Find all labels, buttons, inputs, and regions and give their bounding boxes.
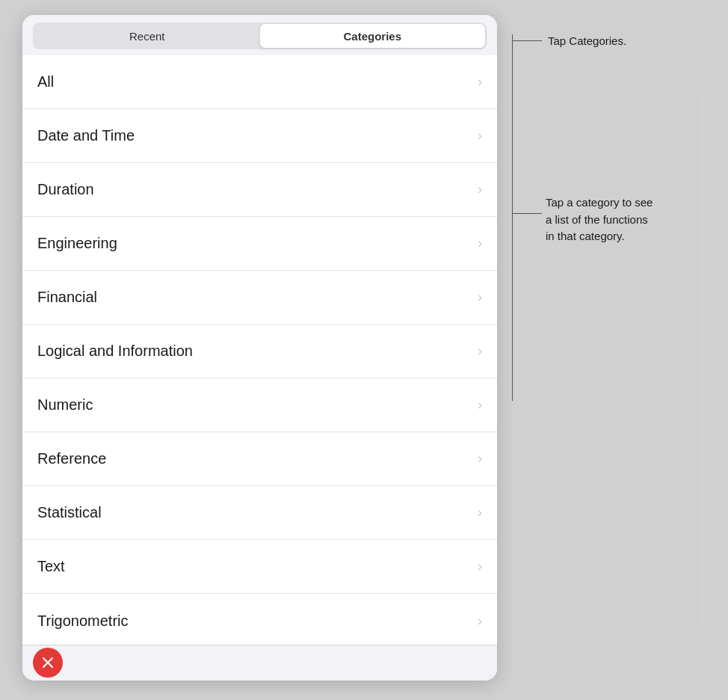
- annotation-tap-categories: Tap Categories.: [512, 34, 626, 47]
- chevron-right-icon-all: ›: [478, 74, 482, 90]
- list-item-label-all: All: [37, 73, 54, 90]
- list-item-engineering[interactable]: Engineering›: [22, 217, 497, 271]
- list-item-trigonometric[interactable]: Trigonometric›: [22, 594, 497, 645]
- main-panel: Recent Categories All›Date and Time›Dura…: [22, 15, 497, 681]
- list-item-label-numeric: Numeric: [37, 396, 93, 414]
- chevron-right-icon-trigonometric: ›: [478, 613, 482, 629]
- list-item-duration[interactable]: Duration›: [22, 163, 497, 217]
- list-item-date-and-time[interactable]: Date and Time›: [22, 109, 497, 163]
- chevron-right-icon-date-and-time: ›: [478, 128, 482, 144]
- annotation-area: Tap Categories. Tap a category to see a …: [497, 15, 721, 681]
- chevron-right-icon-numeric: ›: [478, 397, 482, 413]
- chevron-right-icon-engineering: ›: [478, 236, 482, 251]
- list-item-label-statistical: Statistical: [37, 504, 102, 521]
- screen: Recent Categories All›Date and Time›Dura…: [0, 0, 728, 700]
- list-item-label-engineering: Engineering: [37, 235, 117, 252]
- annotation-horiz-line-mid: [512, 213, 542, 214]
- bottom-bar: [22, 645, 497, 681]
- chevron-right-icon-financial: ›: [478, 289, 482, 305]
- chevron-right-icon-text: ›: [478, 559, 482, 574]
- segmented-control: Recent Categories: [33, 22, 487, 49]
- annotation-tap-categories-text: Tap Categories.: [548, 34, 626, 47]
- list-item-reference[interactable]: Reference›: [22, 432, 497, 486]
- category-list: All›Date and Time›Duration›Engineering›F…: [22, 55, 497, 645]
- annotation-line-1: [512, 40, 542, 41]
- close-button[interactable]: [33, 648, 63, 678]
- list-item-label-date-and-time: Date and Time: [37, 127, 135, 144]
- list-item-label-financial: Financial: [37, 289, 97, 306]
- list-item-label-reference: Reference: [37, 450, 106, 467]
- list-item-statistical[interactable]: Statistical›: [22, 486, 497, 540]
- annotation-vertical-line: [512, 34, 513, 401]
- list-item-logical-and-information[interactable]: Logical and Information›: [22, 325, 497, 378]
- list-item-label-duration: Duration: [37, 181, 94, 198]
- chevron-right-icon-logical-and-information: ›: [478, 343, 482, 359]
- annotation-tap-category-text: Tap a category to see a list of the func…: [546, 194, 653, 245]
- list-item-numeric[interactable]: Numeric›: [22, 378, 497, 432]
- list-item-financial[interactable]: Financial›: [22, 271, 497, 325]
- list-item-label-trigonometric: Trigonometric: [37, 612, 129, 630]
- chevron-right-icon-duration: ›: [478, 182, 482, 197]
- tab-recent[interactable]: Recent: [34, 24, 260, 48]
- list-item-label-logical-and-information: Logical and Information: [37, 343, 193, 360]
- list-item-all[interactable]: All›: [22, 55, 497, 109]
- chevron-right-icon-reference: ›: [478, 451, 482, 467]
- list-item-text[interactable]: Text›: [22, 540, 497, 594]
- chevron-right-icon-statistical: ›: [478, 505, 482, 521]
- list-item-label-text: Text: [37, 558, 65, 575]
- tab-categories[interactable]: Categories: [260, 24, 486, 48]
- tab-bar: Recent Categories: [22, 15, 497, 55]
